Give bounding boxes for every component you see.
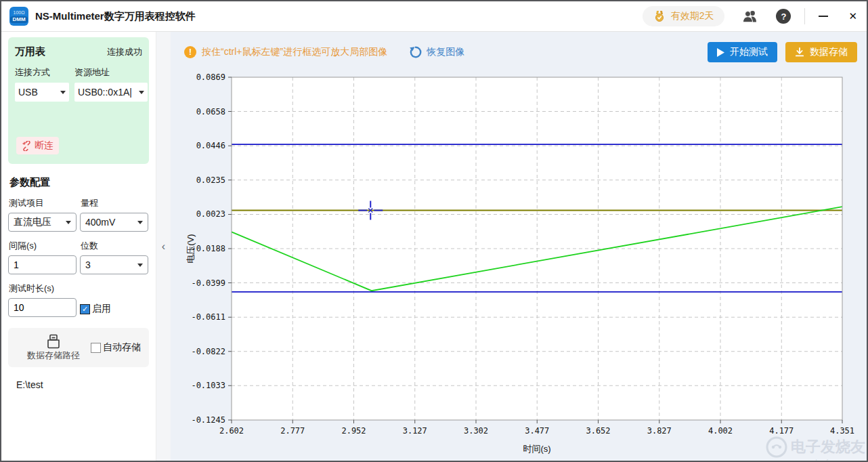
x-tick-label: 2.777 [280, 426, 305, 436]
enable-label: 启用 [92, 303, 111, 315]
app-logo-top-text: 100Ω [14, 10, 25, 16]
close-icon: ✕ [848, 10, 857, 22]
test-item-value: 直流电压 [14, 216, 51, 228]
y-tick-label: 0.0235 [196, 175, 225, 185]
minimize-icon [819, 16, 828, 17]
enable-checkbox[interactable]: ✓ [80, 304, 90, 314]
storage-panel: 数据存储路径 自动存储 [8, 328, 149, 367]
digits-label: 位数 [81, 240, 148, 252]
device-connection-panel: 万用表 连接成功 连接方式 资源地址 USB USB0::0x1A| [8, 37, 149, 164]
x-tick-label: 3.827 [647, 426, 672, 436]
start-test-button[interactable]: 开始测试 [708, 42, 777, 62]
chevron-down-icon [60, 91, 66, 94]
test-item-label: 测试项目 [9, 197, 77, 209]
duration-label: 测试时长(s) [9, 282, 77, 295]
play-icon [717, 48, 724, 57]
disconnect-button[interactable]: 断连 [16, 137, 59, 154]
chevron-down-icon [137, 221, 143, 224]
autosave-group: 自动存储 [91, 341, 141, 354]
params-form: 测试项目 量程 直流电压 400mV 间隔(s) 位数 3 测试时长(s) [8, 189, 149, 317]
warning-icon: ! [184, 46, 196, 58]
medal-icon [653, 10, 666, 22]
y-tick-label: 0.0869 [196, 72, 225, 82]
storage-path-button[interactable]: 数据存储路径 [27, 334, 80, 362]
zoom-hint-text: 按住“ctrl+鼠标左键”进行框选可放大局部图像 [202, 46, 387, 58]
license-badge[interactable]: 有效期2天 [643, 6, 725, 26]
app-window: 100Ω DMM NS-Multimeter数字万用表程控软件 有效期2天 [0, 0, 868, 462]
y-tick-label: -0.0611 [191, 312, 225, 322]
y-tick-label: 0.0023 [196, 209, 225, 219]
users-icon [742, 9, 758, 23]
sidebar-collapse-strip: ‹ [156, 32, 171, 461]
resource-address-value: USB0::0x1A| [78, 87, 137, 98]
range-select[interactable]: 400mV [80, 213, 148, 232]
users-button[interactable] [742, 9, 758, 23]
digits-value: 3 [85, 259, 91, 270]
disconnect-button-label: 断连 [35, 140, 53, 152]
start-test-label: 开始测试 [730, 46, 768, 58]
help-icon: ? [781, 12, 786, 22]
titlebar-divider [804, 8, 805, 24]
interval-label: 间隔(s) [9, 240, 77, 252]
app-logo-bottom-text: DMM [10, 16, 27, 23]
chevron-down-icon [66, 221, 71, 224]
x-axis-title: 时间(s) [523, 444, 550, 454]
y-tick-label: -0.1245 [191, 415, 225, 425]
resource-address-label: 资源地址 [74, 66, 148, 79]
resource-address-select[interactable]: USB0::0x1A| [74, 83, 148, 102]
minimize-button[interactable] [819, 16, 828, 17]
title-bar: 100Ω DMM NS-Multimeter数字万用表程控软件 有效期2天 [1, 1, 867, 32]
x-tick-label: 2.952 [341, 426, 366, 436]
x-tick-label: 4.351 [830, 426, 854, 436]
close-button[interactable]: ✕ [848, 10, 857, 22]
y-tick-label: -0.0188 [191, 244, 225, 253]
help-button[interactable]: ? [776, 9, 791, 24]
data-save-label: 数据存储 [810, 46, 848, 58]
y-tick-label: -0.0822 [191, 347, 225, 356]
y-tick-label: -0.1033 [191, 381, 225, 390]
x-tick-label: 2.602 [219, 426, 244, 436]
storage-path-value: E:\test [16, 379, 156, 390]
x-tick-label: 3.127 [403, 426, 427, 436]
connection-type-value: USB [18, 87, 58, 98]
titlebar-controls: 有效期2天 ? ✕ [643, 6, 857, 26]
license-badge-label: 有效期2天 [671, 10, 714, 22]
save-disk-icon [45, 334, 62, 349]
window-title: NS-Multimeter数字万用表程控软件 [35, 10, 196, 23]
x-tick-label: 4.002 [708, 426, 733, 436]
data-save-button[interactable]: 数据存储 [785, 42, 857, 62]
autosave-checkbox[interactable] [91, 343, 101, 353]
interval-input[interactable] [8, 255, 77, 274]
chevron-down-icon [137, 264, 143, 267]
y-axis-title: 电压(V) [186, 234, 196, 263]
y-tick-label: -0.0399 [191, 278, 225, 288]
x-tick-label: 4.177 [769, 426, 794, 436]
range-label: 量程 [81, 197, 148, 209]
test-item-select[interactable]: 直流电压 [8, 213, 77, 232]
download-icon [795, 47, 804, 57]
storage-path-button-label: 数据存储路径 [27, 350, 80, 362]
device-panel-title: 万用表 [15, 45, 45, 58]
chevron-down-icon [139, 91, 144, 94]
y-tick-label: 0.0658 [196, 107, 225, 117]
restore-rotate-icon [409, 45, 422, 59]
connection-type-select[interactable]: USB [15, 83, 69, 102]
checkmark-icon: ✓ [82, 305, 88, 314]
voltage-time-chart[interactable]: 2.6022.7772.9523.1273.3023.4773.6523.827… [171, 32, 867, 461]
x-tick-label: 3.652 [586, 426, 610, 436]
chart-toolbar: ! 按住“ctrl+鼠标左键”进行框选可放大局部图像 恢复图像 开始测试 [184, 41, 857, 63]
main-area: 2.6022.7772.9523.1273.3023.4773.6523.827… [171, 32, 867, 461]
range-value: 400mV [85, 217, 115, 228]
digits-select[interactable]: 3 [80, 255, 148, 274]
params-section-title: 参数配置 [9, 176, 156, 189]
y-tick-label: 0.0446 [196, 141, 225, 150]
collapse-chevron-icon[interactable]: ‹ [162, 240, 165, 253]
autosave-label: 自动存储 [103, 341, 141, 354]
connection-type-label: 连接方式 [15, 66, 69, 79]
x-tick-label: 3.477 [525, 426, 549, 436]
duration-input[interactable] [8, 298, 77, 317]
restore-image-button[interactable]: 恢复图像 [409, 45, 464, 59]
app-logo-icon: 100Ω DMM [9, 7, 28, 26]
broken-link-icon [22, 141, 32, 151]
restore-image-label: 恢复图像 [427, 46, 464, 58]
